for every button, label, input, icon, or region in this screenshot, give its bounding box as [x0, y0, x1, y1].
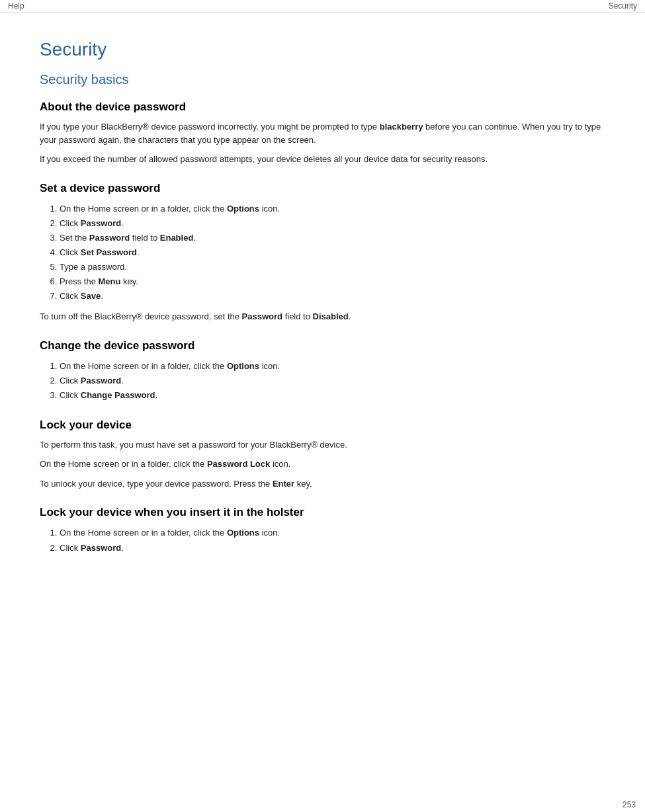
page-title: Security	[40, 39, 605, 60]
about-para-1: If you type your BlackBerry® device pass…	[40, 120, 605, 146]
change-password-list: On the Home screen or in a folder, click…	[60, 359, 605, 403]
subsection-heading-set: Set a device password	[40, 182, 605, 195]
list-item: Click Password.	[60, 541, 605, 555]
list-item: Click Set Password.	[60, 245, 605, 260]
section-lock-holster: Lock your device when you insert it in t…	[40, 506, 605, 555]
section-title: Security basics	[40, 72, 605, 87]
list-item: On the Home screen or in a folder, click…	[60, 202, 605, 216]
section-about-device-password: About the device password If you type yo…	[40, 101, 605, 166]
lock-para-2: On the Home screen or in a folder, click…	[40, 458, 605, 471]
page-number: 253	[623, 800, 636, 809]
subsection-heading-lock: Lock your device	[40, 419, 605, 432]
lock-para-3: To unlock your device, type your device …	[40, 477, 605, 491]
section-change-device-password: Change the device password On the Home s…	[40, 339, 605, 403]
topbar-right-label: Security	[609, 1, 637, 11]
main-content: Security Security basics About the devic…	[0, 13, 645, 611]
list-item: Type a password.	[60, 260, 605, 274]
list-item: On the Home screen or in a folder, click…	[60, 526, 605, 540]
list-item: Click Save.	[60, 289, 605, 304]
lock-para-1: To perform this task, you must have set …	[40, 438, 605, 452]
list-item: Press the Menu key.	[60, 274, 605, 289]
subsection-heading-change: Change the device password	[40, 339, 605, 352]
topbar-left-label: Help	[8, 1, 24, 11]
set-password-list: On the Home screen or in a folder, click…	[60, 202, 605, 304]
section-lock-device: Lock your device To perform this task, y…	[40, 419, 605, 491]
list-item: Click Change Password.	[60, 388, 605, 403]
list-item: Set the Password field to Enabled.	[60, 231, 605, 245]
about-para-2: If you exceed the number of allowed pass…	[40, 153, 605, 166]
list-item: Click Password.	[60, 374, 605, 388]
holster-list: On the Home screen or in a folder, click…	[60, 526, 605, 555]
list-item: On the Home screen or in a folder, click…	[60, 359, 605, 374]
subsection-heading-holster: Lock your device when you insert it in t…	[40, 506, 605, 519]
list-item: Click Password.	[60, 216, 605, 231]
set-password-trailing: To turn off the BlackBerry® device passw…	[40, 310, 605, 323]
subsection-heading-about: About the device password	[40, 101, 605, 114]
section-set-device-password: Set a device password On the Home screen…	[40, 182, 605, 323]
